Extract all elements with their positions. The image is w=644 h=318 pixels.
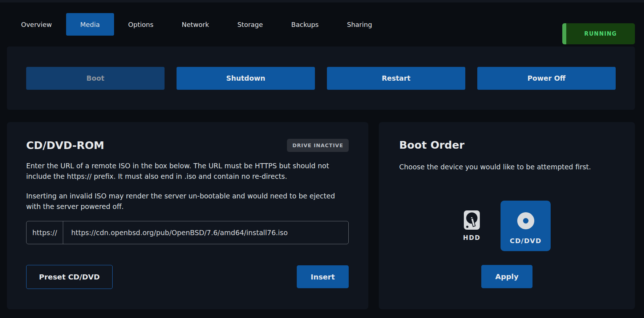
iso-url-input[interactable] xyxy=(63,221,348,244)
preset-cddvd-button[interactable]: Preset CD/DVD xyxy=(26,265,113,289)
iso-url-input-group: https:// xyxy=(26,221,349,244)
tab-network[interactable]: Network xyxy=(167,13,223,36)
boot-order-description: Choose the device you would like to be a… xyxy=(399,163,615,171)
device-label-cddvd: CD/DVD xyxy=(510,237,542,245)
iso-instructions-text: Enter the URL of a remote ISO in the box… xyxy=(26,161,349,182)
tab-sharing[interactable]: Sharing xyxy=(333,13,386,36)
device-label-hdd: HDD xyxy=(463,234,481,241)
cdrom-card: CD/DVD-ROM DRIVE INACTIVE Enter the URL … xyxy=(7,122,368,309)
disc-icon xyxy=(517,212,534,231)
tab-storage[interactable]: Storage xyxy=(223,13,277,36)
boot-order-card: Boot Order Choose the device you would l… xyxy=(379,122,635,309)
insert-button[interactable]: Insert xyxy=(297,265,349,288)
boot-order-title: Boot Order xyxy=(399,139,465,151)
device-option-hdd[interactable]: HDD xyxy=(463,210,481,241)
status-badge-accent-strip xyxy=(562,23,566,44)
hdd-icon xyxy=(464,210,480,231)
tab-options[interactable]: Options xyxy=(114,13,167,36)
nav-tabs: Overview Media Options Network Storage B… xyxy=(7,13,635,36)
power-off-button[interactable]: Power Off xyxy=(477,67,616,90)
boot-button[interactable]: Boot xyxy=(26,67,165,90)
tab-media[interactable]: Media xyxy=(66,13,114,36)
apply-button[interactable]: Apply xyxy=(481,265,532,288)
restart-button[interactable]: Restart xyxy=(327,67,465,90)
iso-warning-text: Inserting an invalid ISO may render the … xyxy=(26,191,349,212)
drive-status-badge: DRIVE INACTIVE xyxy=(287,139,349,152)
tab-backups[interactable]: Backups xyxy=(277,13,333,36)
boot-device-selector: HDD CD/DVD xyxy=(399,201,615,251)
shutdown-button[interactable]: Shutdown xyxy=(177,67,315,90)
power-controls-panel: Boot Shutdown Restart Power Off xyxy=(7,47,635,110)
media-page: Overview Media Options Network Storage B… xyxy=(0,13,644,309)
url-prefix-label: https:// xyxy=(27,221,63,244)
status-badge-label: RUNNING xyxy=(566,23,635,44)
device-option-cddvd[interactable]: CD/DVD xyxy=(501,201,551,251)
status-badge-running: RUNNING xyxy=(562,23,635,44)
top-border xyxy=(0,0,644,3)
cdrom-card-title: CD/DVD-ROM xyxy=(26,139,104,152)
tab-overview[interactable]: Overview xyxy=(7,13,66,36)
